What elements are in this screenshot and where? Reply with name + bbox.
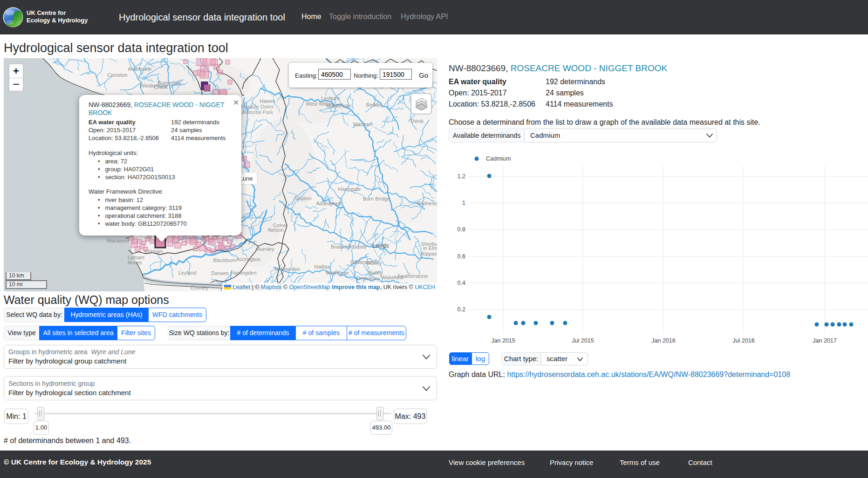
svg-text:Middleham: Middleham <box>326 103 351 108</box>
svg-text:Burn Bridge: Burn Bridge <box>363 196 390 202</box>
svg-text:Accrington: Accrington <box>236 256 260 262</box>
svg-text:Blackburn: Blackburn <box>213 257 236 263</box>
svg-text:Featherstone: Featherstone <box>398 273 428 279</box>
svg-text:Jan 2017: Jan 2017 <box>813 337 836 344</box>
svg-text:Darwen: Darwen <box>211 270 229 276</box>
svg-text:Jan 2015: Jan 2015 <box>491 337 515 344</box>
svg-text:Masham: Masham <box>353 121 373 127</box>
svg-text:Dewsbury: Dewsbury <box>357 276 380 281</box>
svg-text:Harrogate: Harrogate <box>338 186 361 192</box>
svg-text:Pudsey: Pudsey <box>350 244 367 249</box>
svg-text:Addingham: Addingham <box>316 201 342 206</box>
svg-text:Morley: Morley <box>366 260 382 266</box>
svg-text:0.2: 0.2 <box>458 306 465 313</box>
svg-text:Halifax: Halifax <box>314 264 330 269</box>
svg-text:Yorkshire Dales: Yorkshire Dales <box>238 104 274 109</box>
svg-text:Haslingden: Haslingden <box>231 270 256 276</box>
svg-text:1.2: 1.2 <box>458 173 465 180</box>
svg-text:Leeds: Leeds <box>372 242 389 249</box>
svg-text:0.6: 0.6 <box>458 253 465 260</box>
svg-text:in Elmet: in Elmet <box>423 245 437 251</box>
svg-text:Bedale: Bedale <box>366 102 382 108</box>
svg-text:Burnley: Burnley <box>257 246 274 252</box>
svg-text:Kirkham: Kirkham <box>144 249 163 254</box>
svg-text:Brighouse: Brighouse <box>326 270 349 276</box>
svg-text:Skipton: Skipton <box>294 195 312 201</box>
svg-text:1: 1 <box>462 200 465 206</box>
svg-text:National Park: National Park <box>242 109 273 115</box>
svg-text:Bradford: Bradford <box>331 244 350 249</box>
svg-text:0.4: 0.4 <box>458 280 465 286</box>
svg-text:Kippax: Kippax <box>421 251 437 256</box>
svg-text:Annes: Annes <box>127 260 142 265</box>
svg-text:0.8: 0.8 <box>458 226 465 233</box>
svg-text:Jul 2015: Jul 2015 <box>572 337 594 344</box>
svg-text:Leyland: Leyland <box>178 270 197 276</box>
svg-text:Nelson: Nelson <box>268 227 284 233</box>
svg-text:Todmorden: Todmorden <box>274 266 300 272</box>
svg-text:Chorley: Chorley <box>191 285 208 290</box>
svg-text:Ambleside: Ambleside <box>128 66 151 72</box>
svg-text:Jul 2016: Jul 2016 <box>732 337 754 344</box>
svg-text:Coniston: Coniston <box>107 72 127 78</box>
svg-text:Jan 2016: Jan 2016 <box>651 337 675 344</box>
svg-text:Crook: Crook <box>154 84 168 90</box>
svg-text:Cadmium: Cadmium <box>486 155 511 162</box>
svg-text:Hawes: Hawes <box>260 98 275 104</box>
svg-text:Wetherby: Wetherby <box>417 201 437 206</box>
svg-text:Leyburn: Leyburn <box>321 95 340 101</box>
svg-text:Blackpool: Blackpool <box>107 238 129 243</box>
svg-text:Thirsk: Thirsk <box>410 118 424 124</box>
